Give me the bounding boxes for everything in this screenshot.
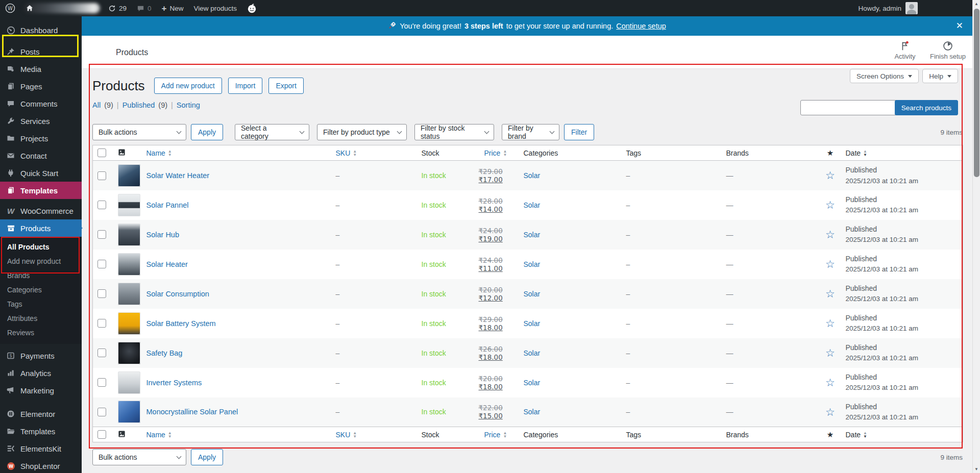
row-checkbox[interactable] xyxy=(97,171,106,180)
finish-setup-button[interactable]: Finish setup xyxy=(927,40,968,60)
sidebar-item-quick-start[interactable]: Quick Start xyxy=(0,164,82,182)
submenu-reviews[interactable]: Reviews xyxy=(0,326,82,340)
activity-button[interactable]: Activity xyxy=(885,40,925,60)
bulk-actions-select[interactable]: Bulk actions xyxy=(92,124,186,140)
product-name-link[interactable]: Solar Pannel xyxy=(146,201,189,209)
submenu-categories[interactable]: Categories xyxy=(0,283,82,297)
view-products-link[interactable]: View products xyxy=(189,0,242,16)
sidebar-item-templates[interactable]: Templates xyxy=(0,182,82,199)
product-name-link[interactable]: Solar Consumption xyxy=(146,290,209,298)
page-scrollbar[interactable]: ▲ ▼ xyxy=(972,0,980,473)
product-thumbnail[interactable] xyxy=(118,312,140,335)
scroll-up-icon[interactable]: ▲ xyxy=(974,2,978,6)
product-thumbnail[interactable] xyxy=(118,164,140,187)
sort-by-name[interactable]: Name▲▼ xyxy=(146,431,172,439)
apply-button-bottom[interactable]: Apply xyxy=(191,449,223,465)
select-all-checkbox[interactable] xyxy=(97,430,106,439)
sidebar-item-projects[interactable]: Projects xyxy=(0,130,82,147)
sidebar-item-posts[interactable]: Posts xyxy=(0,43,82,60)
sidebar-item-comments[interactable]: Comments xyxy=(0,95,82,112)
category-link[interactable]: Solar xyxy=(524,379,541,387)
row-checkbox[interactable] xyxy=(97,260,106,268)
category-link[interactable]: Solar xyxy=(524,349,541,357)
sidebar-item-templates-2[interactable]: Templates xyxy=(0,422,82,440)
submenu-attributes[interactable]: Attributes xyxy=(0,311,82,326)
add-new-product-button[interactable]: Add new product xyxy=(154,78,222,94)
row-checkbox[interactable] xyxy=(97,289,106,298)
submenu-tags[interactable]: Tags xyxy=(0,297,82,311)
apply-button[interactable]: Apply xyxy=(191,124,223,140)
sidebar-item-marketing[interactable]: Marketing xyxy=(0,382,82,399)
row-checkbox[interactable] xyxy=(97,201,106,209)
submenu-add-new-product[interactable]: Add new product xyxy=(0,254,82,268)
row-checkbox[interactable] xyxy=(97,378,106,387)
product-thumbnail[interactable] xyxy=(118,342,140,364)
submenu-brands[interactable]: Brands xyxy=(0,268,82,283)
row-checkbox[interactable] xyxy=(97,230,106,239)
view-all-link[interactable]: All xyxy=(92,101,101,109)
product-type-filter-select[interactable]: Filter by product type xyxy=(317,124,407,140)
category-link[interactable]: Solar xyxy=(524,171,541,180)
row-checkbox[interactable] xyxy=(97,348,106,357)
sort-by-sku[interactable]: SKU▲▼ xyxy=(336,431,357,439)
sort-by-sku[interactable]: SKU▲▼ xyxy=(336,149,357,157)
sort-by-date[interactable]: Date▲▼ xyxy=(846,431,868,439)
product-thumbnail[interactable] xyxy=(118,253,140,276)
site-name-redacted[interactable] xyxy=(20,0,103,16)
submenu-all-products[interactable]: All Products xyxy=(0,240,82,254)
sidebar-item-contact[interactable]: Contact xyxy=(0,147,82,164)
bulk-actions-select-bottom[interactable]: Bulk actions xyxy=(92,449,186,465)
sort-by-name[interactable]: Name▲▼ xyxy=(146,149,172,157)
row-checkbox[interactable] xyxy=(97,408,106,416)
sort-by-price[interactable]: Price▲▼ xyxy=(484,431,507,439)
sidebar-item-products[interactable]: Products xyxy=(0,219,82,237)
featured-star-icon[interactable]: ☆ xyxy=(825,199,835,211)
sidebar-item-payments[interactable]: $ Payments xyxy=(0,347,82,364)
featured-star-icon[interactable]: ☆ xyxy=(825,377,835,388)
account-menu[interactable]: Howdy, admin xyxy=(858,0,980,16)
sidebar-item-elementor[interactable]: Elementor xyxy=(0,405,82,422)
featured-star-icon[interactable]: ☆ xyxy=(825,406,835,418)
scroll-down-icon[interactable]: ▼ xyxy=(974,467,978,471)
product-thumbnail[interactable] xyxy=(118,283,140,305)
smiley-icon[interactable] xyxy=(242,0,262,16)
brand-filter-select[interactable]: Filter by brand xyxy=(502,124,559,140)
import-button[interactable]: Import xyxy=(228,78,263,94)
product-thumbnail[interactable] xyxy=(118,401,140,423)
screen-options-tab[interactable]: Screen Options xyxy=(850,69,919,83)
category-link[interactable]: Solar xyxy=(524,319,541,328)
select-all-checkbox[interactable] xyxy=(97,148,106,157)
featured-star-icon[interactable]: ☆ xyxy=(825,229,835,240)
new-menu[interactable]: + New xyxy=(157,0,189,16)
sidebar-item-pages[interactable]: Pages xyxy=(0,78,82,95)
category-link[interactable]: Solar xyxy=(524,408,541,416)
category-link[interactable]: Solar xyxy=(524,290,541,298)
sort-by-price[interactable]: Price▲▼ xyxy=(484,149,507,157)
product-name-link[interactable]: Inverter Systems xyxy=(146,379,202,387)
featured-star-icon[interactable]: ☆ xyxy=(825,288,835,300)
sidebar-item-media[interactable]: Media xyxy=(0,60,82,78)
sidebar-item-woocommerce[interactable]: W WooCommerce xyxy=(0,202,82,219)
product-name-link[interactable]: Solar Heater xyxy=(146,260,188,268)
view-sorting-link[interactable]: Sorting xyxy=(177,101,200,109)
category-link[interactable]: Solar xyxy=(524,231,541,239)
search-products-button[interactable]: Search products xyxy=(895,100,958,115)
featured-star-icon[interactable]: ☆ xyxy=(825,317,835,329)
category-filter-select[interactable]: Select a category xyxy=(235,124,309,140)
product-name-link[interactable]: Solar Battery System xyxy=(146,319,216,328)
featured-star-icon[interactable]: ☆ xyxy=(825,169,835,181)
sidebar-item-services[interactable]: Services xyxy=(0,112,82,130)
export-button[interactable]: Export xyxy=(268,78,303,94)
product-thumbnail[interactable] xyxy=(118,223,140,246)
updates-indicator[interactable]: 29 xyxy=(103,0,132,16)
continue-setup-link[interactable]: Continue setup xyxy=(616,22,666,30)
featured-star-icon[interactable]: ☆ xyxy=(825,347,835,359)
product-name-link[interactable]: Solar Hub xyxy=(146,231,179,239)
scrollbar-thumb[interactable] xyxy=(974,9,979,177)
sidebar-item-shoplentor[interactable]: W ShopLentor xyxy=(0,457,82,473)
wordpress-logo-icon[interactable]: W xyxy=(0,0,20,16)
help-tab[interactable]: Help xyxy=(922,69,958,83)
product-name-link[interactable]: Monocrystalline Solar Panel xyxy=(146,408,238,416)
sidebar-item-dashboard[interactable]: Dashboard xyxy=(0,21,82,39)
featured-star-icon[interactable]: ☆ xyxy=(825,258,835,270)
